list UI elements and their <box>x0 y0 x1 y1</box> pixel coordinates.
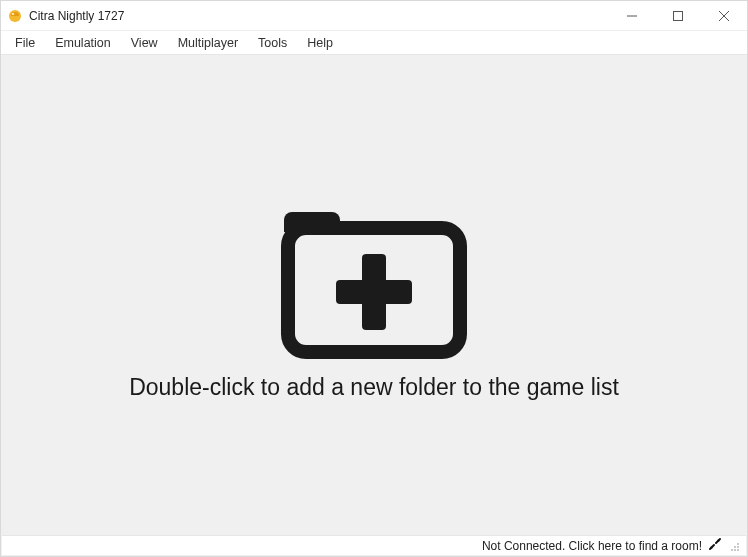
menu-file[interactable]: File <box>5 33 45 53</box>
menu-tools[interactable]: Tools <box>248 33 297 53</box>
svg-point-1 <box>12 13 15 15</box>
window-title: Citra Nightly 1727 <box>29 9 124 23</box>
multiplayer-disconnected-icon[interactable] <box>708 537 722 554</box>
svg-point-11 <box>737 549 739 551</box>
svg-point-15 <box>734 546 736 548</box>
menu-help[interactable]: Help <box>297 33 343 53</box>
window-controls <box>609 1 747 31</box>
app-icon <box>7 8 23 24</box>
titlebar: Citra Nightly 1727 <box>1 1 747 31</box>
svg-point-13 <box>737 546 739 548</box>
game-list-area[interactable]: Double-click to add a new folder to the … <box>2 56 746 534</box>
resize-grip[interactable] <box>728 540 740 552</box>
add-folder-icon <box>274 190 474 360</box>
svg-point-12 <box>734 549 736 551</box>
menu-emulation[interactable]: Emulation <box>45 33 121 53</box>
statusbar: Not Connected. Click here to find a room… <box>2 535 746 555</box>
menu-multiplayer[interactable]: Multiplayer <box>168 33 248 53</box>
minimize-button[interactable] <box>609 1 655 31</box>
svg-rect-8 <box>336 280 412 304</box>
multiplayer-status[interactable]: Not Connected. Click here to find a room… <box>482 539 702 553</box>
menubar: File Emulation View Multiplayer Tools He… <box>1 31 747 55</box>
maximize-button[interactable] <box>655 1 701 31</box>
menu-view[interactable]: View <box>121 33 168 53</box>
add-folder-prompt: Double-click to add a new folder to the … <box>129 374 619 401</box>
svg-rect-3 <box>674 12 683 21</box>
svg-point-16 <box>737 543 739 545</box>
close-button[interactable] <box>701 1 747 31</box>
svg-point-14 <box>731 549 733 551</box>
